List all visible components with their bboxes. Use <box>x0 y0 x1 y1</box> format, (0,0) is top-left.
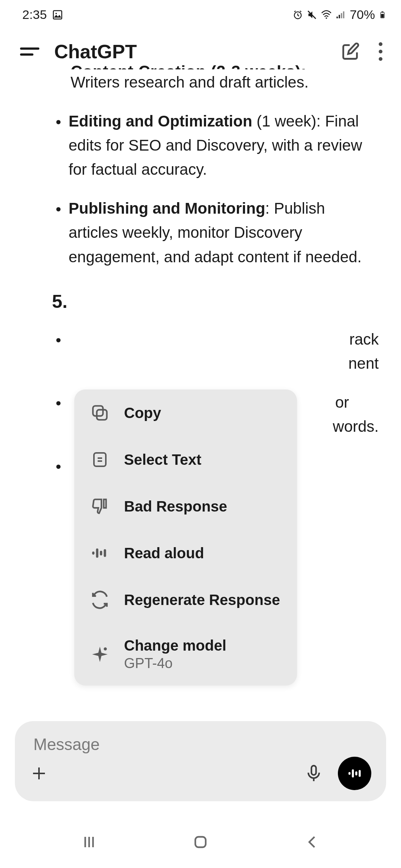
svg-rect-4 <box>336 16 338 18</box>
recents-button[interactable] <box>78 831 100 853</box>
menu-change-model[interactable]: Change model GPT-4o <box>74 623 297 685</box>
context-menu: Copy Select Text Bad Response Read aloud… <box>74 389 297 685</box>
menu-bad-response[interactable]: Bad Response <box>74 483 297 530</box>
svg-point-3 <box>326 17 327 19</box>
bullet: • <box>56 110 61 181</box>
add-attachment-icon[interactable] <box>30 764 48 783</box>
bullet: • <box>56 197 61 269</box>
menu-select-text[interactable]: Select Text <box>74 436 297 483</box>
back-button[interactable] <box>301 831 323 853</box>
menu-regenerate-label: Regenerate Response <box>124 592 280 608</box>
bullet: • <box>56 328 61 375</box>
microphone-icon[interactable] <box>304 764 323 783</box>
svg-rect-16 <box>92 552 94 555</box>
svg-rect-28 <box>359 770 361 777</box>
signal-icon <box>336 10 346 20</box>
refresh-icon <box>91 591 109 609</box>
menu-read-aloud[interactable]: Read aloud <box>74 530 297 576</box>
alarm-icon <box>293 10 303 20</box>
system-nav-bar <box>0 816 401 868</box>
more-icon[interactable] <box>379 42 382 61</box>
menu-model-name: GPT-4o <box>124 655 226 671</box>
svg-rect-17 <box>96 549 98 558</box>
menu-regenerate[interactable]: Regenerate Response <box>74 576 297 623</box>
status-left: 2:35 <box>22 7 63 22</box>
voice-input-button[interactable] <box>338 757 371 790</box>
menu-copy[interactable]: Copy <box>74 389 297 436</box>
menu-select-text-label: Select Text <box>124 451 201 468</box>
svg-point-20 <box>104 647 107 650</box>
section-number: 5. <box>52 287 379 316</box>
menu-read-aloud-label: Read aloud <box>124 545 204 562</box>
bullet-text-1: Editing and Optimization (1 week): Final… <box>69 109 379 181</box>
item0-text: Writers research and draft articles. <box>71 73 309 91</box>
home-button[interactable] <box>189 831 212 853</box>
sparkle-icon <box>91 645 109 664</box>
status-bar: 2:35 70% <box>0 0 401 29</box>
svg-rect-19 <box>104 549 106 557</box>
svg-rect-27 <box>355 772 358 776</box>
menu-change-model-label: Change model <box>124 637 226 654</box>
menu-bad-response-label: Bad Response <box>124 498 227 515</box>
svg-rect-0 <box>53 10 62 19</box>
bullet: • <box>56 454 61 479</box>
bullet-text-3: rack nent <box>69 327 379 375</box>
bullet-text-2: Publishing and Monitoring: Publish artic… <box>69 196 379 269</box>
message-input-placeholder[interactable]: Message <box>30 732 371 757</box>
menu-copy-label: Copy <box>124 405 161 421</box>
status-time: 2:35 <box>22 7 47 22</box>
menu-icon[interactable] <box>19 44 39 59</box>
wifi-icon <box>321 9 332 20</box>
svg-rect-5 <box>339 15 340 18</box>
item0-cutoff: Content Creation (2-3 weeks): <box>71 59 306 69</box>
compose-icon[interactable] <box>341 42 360 61</box>
svg-rect-7 <box>343 11 345 18</box>
audio-wave-icon <box>91 544 109 562</box>
image-icon <box>52 9 63 20</box>
battery-icon <box>379 9 386 20</box>
svg-rect-26 <box>352 769 354 777</box>
status-right: 70% <box>293 7 386 22</box>
bullet: • <box>56 391 61 438</box>
message-input-bar[interactable]: Message <box>15 721 386 801</box>
svg-rect-13 <box>94 453 106 466</box>
battery-percent: 70% <box>350 7 375 22</box>
svg-rect-9 <box>382 11 384 12</box>
svg-point-1 <box>56 13 57 14</box>
svg-rect-6 <box>341 13 342 18</box>
svg-rect-18 <box>100 551 102 556</box>
mute-icon <box>307 10 317 20</box>
svg-rect-32 <box>195 837 206 847</box>
svg-rect-25 <box>349 772 351 775</box>
svg-rect-10 <box>381 14 384 17</box>
svg-rect-23 <box>312 766 316 775</box>
thumbs-down-icon <box>91 497 109 516</box>
select-text-icon <box>91 450 109 469</box>
copy-icon <box>91 404 109 422</box>
